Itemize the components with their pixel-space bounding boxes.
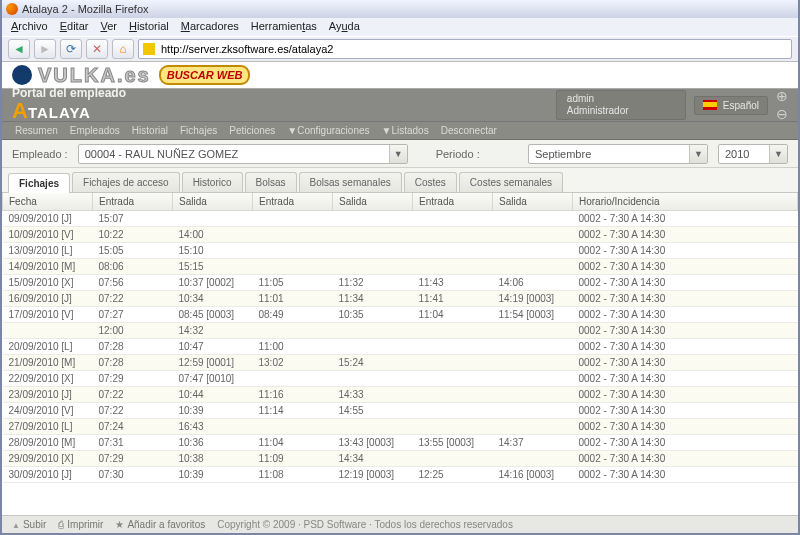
time-cell [413,451,493,467]
time-cell: 12:19 [0003] [333,467,413,483]
favoritos-link[interactable]: Añadir a favoritos [115,519,205,530]
empleado-label: Empleado : [12,148,68,160]
col-header[interactable]: Salida [493,193,573,211]
home-button[interactable]: ⌂ [112,39,134,59]
table-row[interactable]: 22/09/2010 [X]07:2907:47 [0010]0002 - 7:… [3,371,798,387]
table-row[interactable]: 30/09/2010 [J]07:3010:3911:0812:19 [0003… [3,467,798,483]
time-cell: 15:07 [93,211,173,227]
date-cell: 28/09/2010 [M] [3,435,93,451]
time-cell: 07:29 [93,371,173,387]
zoom-out-icon[interactable]: ⊖ [776,106,788,122]
menu2-item[interactable]: ▼Configuraciones [282,123,374,138]
zoom-in-icon[interactable]: ⊕ [776,88,788,104]
tab-bolsas[interactable]: Bolsas [245,172,297,192]
vulka-logo-icon [12,65,32,85]
col-header[interactable]: Entrada [413,193,493,211]
table-row[interactable]: 16/09/2010 [J]07:2210:3411:0111:3411:411… [3,291,798,307]
window-titlebar: Atalaya 2 - Mozilla Firefox [2,0,798,18]
time-cell [253,211,333,227]
table-row[interactable]: 27/09/2010 [L]07:2416:430002 - 7:30 A 14… [3,419,798,435]
table-row[interactable]: 23/09/2010 [J]07:2210:4411:1614:330002 -… [3,387,798,403]
table-row[interactable]: 17/09/2010 [V]07:2708:45 [0003]08:4910:3… [3,307,798,323]
menu2-item[interactable]: Peticiones [224,123,280,138]
menu-editar[interactable]: Editar [55,18,94,36]
imprimir-link[interactable]: Imprimir [58,519,103,530]
table-row[interactable]: 13/09/2010 [L]15:0515:100002 - 7:30 A 14… [3,243,798,259]
table-row[interactable]: 28/09/2010 [M]07:3110:3611:0413:43 [0003… [3,435,798,451]
table-row[interactable]: 29/09/2010 [X]07:2910:3811:0914:340002 -… [3,451,798,467]
date-cell: 09/09/2010 [J] [3,211,93,227]
date-cell: 30/09/2010 [J] [3,467,93,483]
table-row[interactable]: 15/09/2010 [X]07:5610:37 [0002]11:0511:3… [3,275,798,291]
time-cell: 12:25 [413,467,493,483]
mes-value: Septiembre [529,148,689,160]
time-cell [173,211,253,227]
menu2-item[interactable]: Fichajes [175,123,222,138]
address-bar[interactable] [138,39,792,59]
menu-marcadores[interactable]: Marcadores [176,18,244,36]
col-header[interactable]: Entrada [93,193,173,211]
date-cell: 20/09/2010 [L] [3,339,93,355]
tab-costes-semanales[interactable]: Costes semanales [459,172,563,192]
url-input[interactable] [161,43,787,55]
time-cell [253,371,333,387]
tab-costes[interactable]: Costes [404,172,457,192]
col-header[interactable]: Salida [173,193,253,211]
empleado-value: 00004 - RAUL NUÑEZ GOMEZ [79,148,389,160]
menu2-item[interactable]: Desconectar [436,123,502,138]
col-header[interactable]: Horario/Incidencia [573,193,798,211]
menu2-item[interactable]: Historial [127,123,173,138]
menu-herramientas[interactable]: Herramientas [246,18,322,36]
chevron-down-icon: ▼ [769,145,787,163]
col-header[interactable]: Salida [333,193,413,211]
table-row[interactable]: 21/09/2010 [M]07:2812:59 [0001]13:0215:2… [3,355,798,371]
col-header[interactable]: Entrada [253,193,333,211]
buscar-web-button[interactable]: BUSCAR WEB [159,65,251,85]
empleado-select[interactable]: 00004 - RAUL NUÑEZ GOMEZ ▼ [78,144,408,164]
table-row[interactable]: 14/09/2010 [M]08:0615:150002 - 7:30 A 14… [3,259,798,275]
subir-link[interactable]: Subir [12,519,46,530]
time-cell: 15:24 [333,355,413,371]
table-row[interactable]: 09/09/2010 [J]15:070002 - 7:30 A 14:30 [3,211,798,227]
horario-cell: 0002 - 7:30 A 14:30 [573,387,798,403]
forward-button[interactable]: ► [34,39,56,59]
menu2-item[interactable]: ▼Listados [377,123,434,138]
vulka-text: VULKA.es [38,64,151,87]
time-cell [333,419,413,435]
date-cell: 16/09/2010 [J] [3,291,93,307]
table-row[interactable]: 10/09/2010 [V]10:2214:000002 - 7:30 A 14… [3,227,798,243]
mes-select[interactable]: Septiembre ▼ [528,144,708,164]
menu-archivo[interactable]: Archivo [6,18,53,36]
time-cell: 07:22 [93,291,173,307]
table-row[interactable]: 20/09/2010 [L]07:2810:4711:000002 - 7:30… [3,339,798,355]
horario-cell: 0002 - 7:30 A 14:30 [573,307,798,323]
menu2-item[interactable]: Empleados [65,123,125,138]
table-row[interactable]: 24/09/2010 [V]07:2210:3911:1414:550002 -… [3,403,798,419]
tab-fichajes[interactable]: Fichajes [8,173,70,193]
tab-fichajes-de-acceso[interactable]: Fichajes de acceso [72,172,180,192]
time-cell: 10:44 [173,387,253,403]
menu-historial[interactable]: Historial [124,18,174,36]
table-row[interactable]: 12:0014:320002 - 7:30 A 14:30 [3,323,798,339]
language-label: Español [723,100,759,111]
time-cell: 10:34 [173,291,253,307]
time-cell [413,419,493,435]
time-cell [253,227,333,243]
time-cell: 10:39 [173,403,253,419]
date-cell: 17/09/2010 [V] [3,307,93,323]
time-cell: 10:35 [333,307,413,323]
menu2-item[interactable]: Resumen [10,123,63,138]
tab-historico[interactable]: Historico [182,172,243,192]
time-cell [333,243,413,259]
time-cell: 11:04 [253,435,333,451]
back-button[interactable]: ◄ [8,39,30,59]
menu-ver[interactable]: Ver [95,18,122,36]
reload-button[interactable]: ⟳ [60,39,82,59]
language-select[interactable]: Español [694,96,768,115]
year-select[interactable]: 2010 ▼ [718,144,788,164]
tab-bolsas-semanales[interactable]: Bolsas semanales [299,172,402,192]
copyright-text: Copyright © 2009 · PSD Software · Todos … [217,519,513,530]
stop-button[interactable]: ✕ [86,39,108,59]
col-header[interactable]: Fecha [3,193,93,211]
menu-ayuda[interactable]: Ayuda [324,18,365,36]
